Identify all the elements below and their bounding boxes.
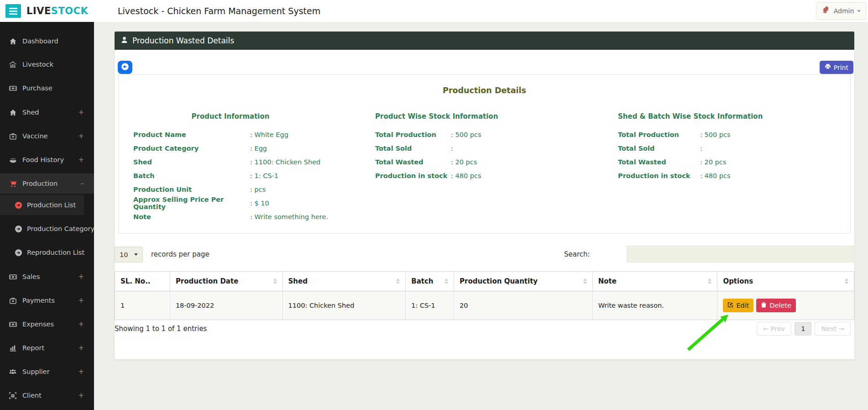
sidebar-item-shed[interactable]: Shed +: [0, 102, 94, 122]
search-input[interactable]: [627, 246, 854, 263]
table-header-options[interactable]: Options: [717, 272, 854, 291]
sort-icon: [708, 279, 711, 284]
admin-dropdown[interactable]: Admin: [816, 2, 866, 20]
expand-plus-icon[interactable]: +: [78, 296, 84, 305]
expand-plus-icon[interactable]: +: [78, 391, 84, 399]
admin-label: Admin: [834, 7, 854, 15]
records-per-page-label: records per page: [151, 247, 209, 263]
cell-shed: 1100: Chicken Shed: [283, 291, 406, 320]
sidebar-item-production[interactable]: Production –: [0, 173, 94, 194]
product-stock-column: Total Production: 500 pcs Total Sold: To…: [375, 128, 481, 183]
sidebar-item-purchase[interactable]: Purchase: [0, 78, 94, 98]
table-header-shed[interactable]: Shed: [283, 272, 406, 291]
sidebar-item-expenses[interactable]: Expenses +: [0, 314, 94, 334]
search-label: Search:: [564, 247, 590, 263]
detail-row: Production in stock: 480 pcs: [618, 169, 731, 183]
collapse-minus-icon[interactable]: –: [81, 179, 84, 188]
panel-header: Production Wasted Details: [115, 32, 854, 50]
edit-button[interactable]: Edit: [723, 299, 753, 312]
page-title: Livestock - Chicken Farm Management Syst…: [118, 0, 320, 22]
sidebar-item-dashboard[interactable]: Dashboard: [0, 31, 94, 51]
print-button[interactable]: Print: [820, 61, 853, 74]
details-title: Production Details: [119, 86, 850, 95]
money-icon: [8, 84, 17, 92]
sort-icon: [396, 279, 400, 284]
sidebar-item-sales[interactable]: Sales +: [0, 267, 94, 287]
print-label: Print: [834, 64, 848, 71]
caret-down-icon: [134, 253, 138, 256]
logo-live: LIVE: [26, 5, 51, 16]
home-icon: [8, 37, 17, 45]
table-header-slno[interactable]: SL. No..: [115, 272, 170, 291]
detail-row: Batch: 1: CS-1: [133, 169, 328, 183]
sort-icon: [845, 279, 848, 284]
sidebar-item-report[interactable]: Report +: [0, 338, 94, 358]
expand-plus-icon[interactable]: +: [78, 132, 84, 140]
product-information-heading: Product Information: [132, 112, 329, 121]
panel-title: Production Wasted Details: [132, 36, 234, 45]
table-header-production-date[interactable]: Production Date: [170, 272, 283, 291]
prev-page-button[interactable]: ← Prev: [757, 322, 791, 336]
cell-batch: 1: CS-1: [406, 291, 454, 320]
sidebar-item-production-category[interactable]: Production Category: [0, 219, 94, 239]
sidebar-item-food-history[interactable]: Food History +: [0, 150, 94, 170]
table-header-note[interactable]: Note: [593, 272, 718, 291]
people-frame-icon: [8, 392, 17, 399]
expand-plus-icon[interactable]: +: [78, 108, 84, 116]
sidebar-item-livestock[interactable]: Livestock: [0, 54, 94, 74]
money-icon: [8, 321, 17, 328]
arrow-left-circle-icon: [121, 63, 129, 72]
sidebar-item-payments[interactable]: Payments +: [0, 290, 94, 310]
pagination: ← Prev 1 Next →: [757, 322, 851, 336]
logo-stock: STOCK: [51, 5, 89, 16]
hamburger-menu-button[interactable]: [5, 4, 21, 18]
product-stock-heading: Product Wise Stock Information: [375, 112, 498, 121]
people-icon: [8, 368, 17, 376]
rooster-icon: [821, 5, 831, 16]
shed-stock-heading: Shed & Batch Wise Stock Information: [618, 112, 763, 121]
detail-row: Product Category: Egg: [133, 142, 328, 155]
sidebar-item-reproduction-list[interactable]: Reproduction List: [0, 242, 94, 263]
cell-slno: 1: [115, 291, 170, 320]
sort-icon: [273, 279, 277, 284]
app-logo[interactable]: LIVESTOCK: [26, 0, 88, 22]
expand-plus-icon[interactable]: +: [78, 344, 84, 352]
sidebar-item-client[interactable]: Client +: [0, 385, 94, 405]
table-row: 1 18-09-2022 1100: Chicken Shed 1: CS-1 …: [115, 291, 854, 320]
delete-button[interactable]: Delete: [756, 299, 796, 312]
expand-plus-icon[interactable]: +: [78, 368, 84, 376]
page-1-button[interactable]: 1: [795, 322, 811, 336]
printer-icon: [825, 63, 831, 71]
sort-icon: [583, 279, 587, 284]
arrow-circle-icon: [14, 249, 23, 257]
table-header-batch[interactable]: Batch: [406, 272, 454, 291]
detail-row: Total Wasted: 20 pcs: [618, 155, 731, 169]
sidebar-item-production-list[interactable]: Production List: [0, 195, 84, 215]
table-header-production-quantity[interactable]: Production Quantity: [454, 272, 593, 291]
cell-options: Edit Delete: [717, 291, 854, 320]
next-page-button[interactable]: Next →: [815, 322, 851, 336]
person-icon: [120, 36, 128, 46]
farm-icon: [8, 61, 17, 68]
bar-chart-icon: [8, 344, 17, 352]
cart-icon: [8, 180, 17, 188]
sidebar-item-supplier[interactable]: Supplier +: [0, 362, 94, 382]
expand-plus-icon[interactable]: +: [78, 156, 84, 164]
caret-down-icon: [857, 10, 861, 12]
product-information-column: Product Name: White Egg Product Category…: [133, 128, 328, 224]
medical-kit-icon: [8, 297, 17, 305]
back-button[interactable]: [118, 61, 132, 74]
detail-row: Total Wasted: 20 pcs: [375, 155, 481, 169]
detail-row: Production in stock: 480 pcs: [375, 169, 481, 183]
detail-row: Shed: 1100: Chicken Shed: [133, 155, 328, 169]
production-details-box: Production Details Product Information P…: [118, 74, 851, 234]
food-bowl-icon: [8, 156, 17, 164]
detail-row: Total Sold:: [375, 142, 481, 155]
detail-row: Product Name: White Egg: [133, 128, 328, 142]
sidebar-item-vaccine[interactable]: Vaccine +: [0, 126, 94, 146]
expand-plus-icon[interactable]: +: [78, 273, 84, 281]
expand-plus-icon[interactable]: +: [78, 320, 84, 328]
detail-row: Note: Write something here.: [133, 210, 328, 224]
arrow-circle-icon: [14, 225, 23, 233]
page-size-select[interactable]: 10: [115, 247, 143, 263]
